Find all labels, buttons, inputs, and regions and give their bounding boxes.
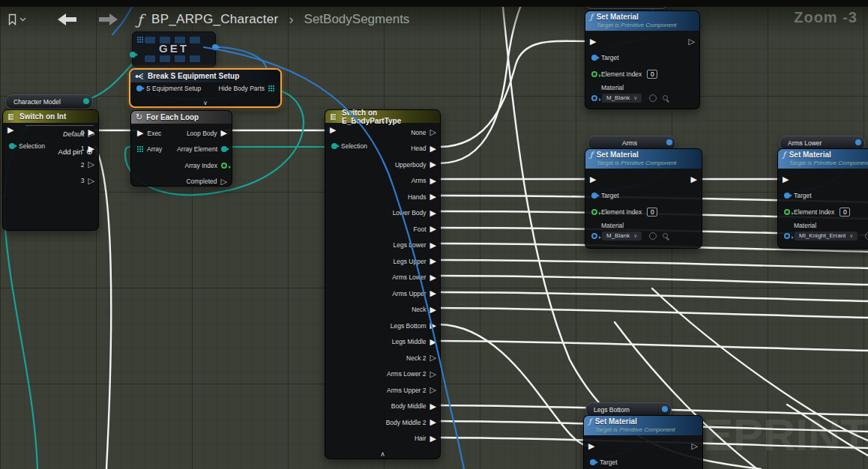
element-index-input[interactable]: 0 [647,70,657,79]
exec-out-pin[interactable]: ▶ [88,145,94,153]
break-struct-node[interactable]: Break S Equipment Setup S Equipment Setu… [129,68,282,108]
target-pin[interactable] [784,193,790,199]
selection-pin[interactable] [9,143,15,149]
material-dropdown[interactable]: M_Blank∨ [601,231,642,241]
material-dropdown[interactable]: MI_Knight_Errant∨ [794,231,858,241]
browse-asset-icon[interactable] [663,233,668,238]
blueprint-graph-canvas[interactable]: BLUEPRINT [0,0,868,469]
variable-node-character-model[interactable]: Character Model [5,94,93,109]
material-dropdown[interactable]: M_Blank∨ [601,93,642,103]
exec-out-pin[interactable]: ▶ [430,306,436,314]
array-output-pin[interactable] [268,85,274,91]
element-index-pin[interactable] [784,209,790,215]
exec-out-pin[interactable]: ▶ [430,289,436,297]
exec-out-pin[interactable]: ▶ [221,129,227,137]
node-title: Set Material [597,151,639,159]
bookmark-button[interactable] [7,13,26,25]
exec-in-pin[interactable]: ▶ [7,126,13,134]
object-pin[interactable] [662,406,668,412]
breadcrumb-root[interactable]: BP_ARPG_Character [151,12,279,27]
element-index-input[interactable]: 0 [840,208,850,217]
exec-out-pin[interactable]: ▶ [430,193,436,201]
exec-out-pin[interactable]: ▶ [430,209,436,217]
exec-out-pin[interactable]: ▶ [430,273,436,282]
set-material-node-body-upper[interactable]: ƒ Set Material Target is Primitive Compo… [585,10,700,109]
element-index-pin[interactable] [591,209,597,215]
material-pin[interactable] [591,233,597,239]
pin-label: Legs Bottom [391,322,427,330]
object-pin[interactable] [855,139,861,145]
exec-out-pin[interactable]: ▶ [88,128,94,136]
selection-pin[interactable] [331,143,337,149]
array-input-pin[interactable] [137,146,143,152]
array-element-pin[interactable] [221,146,227,152]
exec-in-pin[interactable]: ▶ [588,442,594,450]
exec-out-pin[interactable]: ▶ [430,418,436,426]
exec-out-pin[interactable]: ▷ [221,178,227,186]
back-arrow-button[interactable] [58,13,76,25]
for-each-loop-node[interactable]: ↻ For Each Loop ▶ Exec Array Loop Body ▶… [130,110,232,187]
exec-out-pin[interactable]: ▷ [430,354,436,362]
exec-out-pin[interactable]: ▶ [430,402,436,411]
exec-in-pin[interactable]: ▶ [590,175,596,184]
exec-out-pin[interactable]: ▷ [430,386,436,394]
element-index-input[interactable]: 0 [647,208,657,217]
pin-label: Hide Body Parts [219,85,265,92]
exec-out-pin[interactable]: ▷ [88,177,94,185]
function-icon: ƒ [590,151,593,160]
get-output-pin[interactable] [212,44,218,50]
switch-case-pin-row: Legs Middle▶ [345,334,436,351]
exec-in-pin[interactable]: ▶ [137,129,143,137]
exec-out-pin[interactable]: ▶ [430,241,436,249]
exec-out-pin[interactable]: ▶ [430,338,436,346]
exec-out-pin[interactable]: ▷ [430,370,436,378]
exec-out-pin[interactable]: ▶ [430,145,436,153]
exec-out-pin[interactable]: ▷ [692,442,698,450]
exec-out-pin[interactable]: ▷ [430,128,436,136]
get-node[interactable]: GET [132,31,216,67]
array-index-pin[interactable] [221,163,227,169]
exec-out-pin[interactable]: ▶ [430,225,436,233]
switch-case-pin-row: Arms Upper 2▷ [345,382,436,399]
switch-on-int-node[interactable]: Switch on Int ▶ Selection 0▶1▶2▷3▷ Defau… [2,109,99,231]
exec-in-pin[interactable]: ▶ [330,126,336,134]
exec-in-pin[interactable]: ▶ [590,37,596,46]
exec-out-pin[interactable]: ▶ [430,321,436,330]
get-input-pin[interactable] [130,52,136,58]
switch-case-pin-row: Foot▶ [345,221,436,237]
target-pin[interactable] [590,459,596,465]
exec-out-pin[interactable]: ▶ [430,257,436,265]
breadcrumb-current[interactable]: SetBodySegments [304,12,410,27]
set-material-node-legs-bottom[interactable]: ƒ Set Material Target is Primitive Compo… [583,415,703,469]
exec-out-pin[interactable]: ▶ [430,160,436,169]
browse-asset-icon[interactable] [663,95,668,100]
exec-out-pin[interactable]: ▶ [691,175,697,184]
object-pin[interactable] [83,98,89,104]
object-pin[interactable] [666,139,672,145]
exec-out-pin[interactable]: ▶ [430,435,436,443]
node-subtitle: Target is Primitive Component [597,22,677,28]
use-asset-icon[interactable] [649,232,657,240]
exec-in-pin[interactable]: ▶ [783,175,789,184]
use-asset-icon[interactable] [865,232,868,240]
exec-out-pin[interactable]: ▷ [88,160,94,169]
pin-label: Head [411,145,426,152]
function-icon: ƒ [590,13,593,22]
target-pin[interactable] [591,55,597,61]
set-material-node-arms[interactable]: ƒ Set Material Target is Primitive Compo… [585,148,702,249]
exec-out-pin[interactable]: ▶ [430,177,436,185]
struct-input-pin[interactable] [136,85,142,91]
switch-on-bodyparttype-node[interactable]: Switch on E_BodyPartType ▶ Selection Non… [325,109,441,459]
target-pin[interactable] [591,193,597,199]
set-material-node-arms-lower[interactable]: ƒ Set Material Target is Primitive Compo… [777,148,868,249]
material-pin[interactable] [784,233,790,239]
collapse-chevron-icon[interactable]: ∨ [130,100,280,106]
switch-icon [330,113,338,121]
forward-arrow-button[interactable] [99,13,118,25]
exec-out-pin[interactable]: ▷ [689,37,695,46]
use-asset-icon[interactable] [649,94,657,102]
pin-label: Target [600,459,618,466]
collapse-chevron-icon[interactable]: ∧ [325,450,440,458]
material-pin[interactable] [591,95,597,101]
element-index-pin[interactable] [591,71,597,77]
